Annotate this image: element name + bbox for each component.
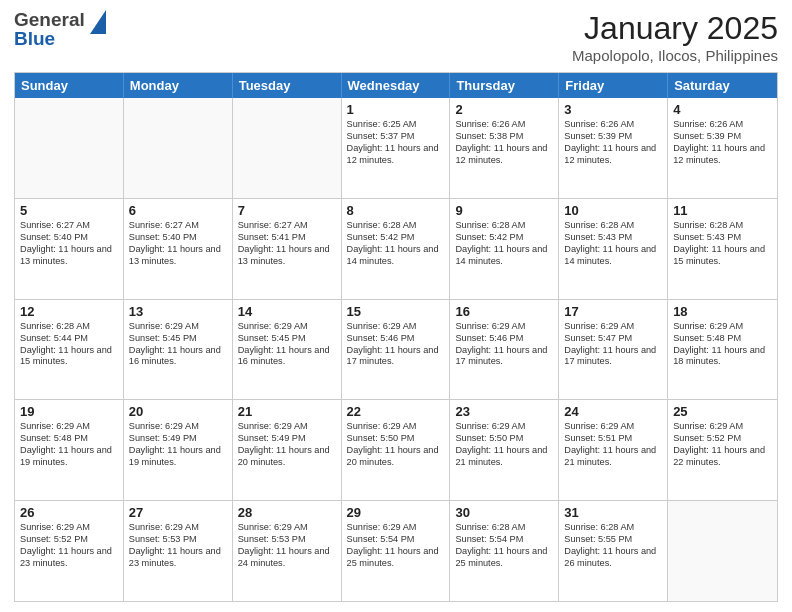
cell-info: Sunrise: 6:29 AM Sunset: 5:45 PM Dayligh… [129, 321, 227, 369]
cell-info: Sunrise: 6:29 AM Sunset: 5:53 PM Dayligh… [238, 522, 336, 570]
calendar-cell-18: 18Sunrise: 6:29 AM Sunset: 5:48 PM Dayli… [668, 300, 777, 400]
cell-info: Sunrise: 6:29 AM Sunset: 5:54 PM Dayligh… [347, 522, 445, 570]
cell-date: 3 [564, 102, 662, 117]
cell-date: 9 [455, 203, 553, 218]
empty-cell [668, 501, 777, 601]
cell-date: 13 [129, 304, 227, 319]
logo-sail-icon [86, 6, 108, 36]
cell-info: Sunrise: 6:29 AM Sunset: 5:50 PM Dayligh… [347, 421, 445, 469]
day-header-tuesday: Tuesday [233, 73, 342, 98]
day-header-monday: Monday [124, 73, 233, 98]
calendar-cell-25: 25Sunrise: 6:29 AM Sunset: 5:52 PM Dayli… [668, 400, 777, 500]
cell-info: Sunrise: 6:29 AM Sunset: 5:48 PM Dayligh… [20, 421, 118, 469]
cell-info: Sunrise: 6:29 AM Sunset: 5:46 PM Dayligh… [347, 321, 445, 369]
cell-date: 16 [455, 304, 553, 319]
cell-info: Sunrise: 6:29 AM Sunset: 5:47 PM Dayligh… [564, 321, 662, 369]
cell-date: 12 [20, 304, 118, 319]
cell-date: 28 [238, 505, 336, 520]
calendar-cell-22: 22Sunrise: 6:29 AM Sunset: 5:50 PM Dayli… [342, 400, 451, 500]
day-header-friday: Friday [559, 73, 668, 98]
cell-date: 27 [129, 505, 227, 520]
page: General Blue January 2025 Mapolopolo, Il… [0, 0, 792, 612]
cell-info: Sunrise: 6:29 AM Sunset: 5:51 PM Dayligh… [564, 421, 662, 469]
cell-date: 20 [129, 404, 227, 419]
calendar-cell-7: 7Sunrise: 6:27 AM Sunset: 5:41 PM Daylig… [233, 199, 342, 299]
day-header-thursday: Thursday [450, 73, 559, 98]
cell-date: 31 [564, 505, 662, 520]
cell-date: 18 [673, 304, 772, 319]
logo-blue: Blue [14, 29, 85, 48]
calendar-cell-6: 6Sunrise: 6:27 AM Sunset: 5:40 PM Daylig… [124, 199, 233, 299]
cell-date: 22 [347, 404, 445, 419]
empty-cell [124, 98, 233, 198]
cell-info: Sunrise: 6:26 AM Sunset: 5:39 PM Dayligh… [673, 119, 772, 167]
calendar-body: 1Sunrise: 6:25 AM Sunset: 5:37 PM Daylig… [15, 98, 777, 601]
cell-info: Sunrise: 6:29 AM Sunset: 5:49 PM Dayligh… [129, 421, 227, 469]
cell-info: Sunrise: 6:29 AM Sunset: 5:49 PM Dayligh… [238, 421, 336, 469]
cell-info: Sunrise: 6:29 AM Sunset: 5:52 PM Dayligh… [673, 421, 772, 469]
cell-date: 26 [20, 505, 118, 520]
cell-date: 30 [455, 505, 553, 520]
cell-info: Sunrise: 6:29 AM Sunset: 5:48 PM Dayligh… [673, 321, 772, 369]
cell-date: 5 [20, 203, 118, 218]
calendar-cell-12: 12Sunrise: 6:28 AM Sunset: 5:44 PM Dayli… [15, 300, 124, 400]
cell-info: Sunrise: 6:25 AM Sunset: 5:37 PM Dayligh… [347, 119, 445, 167]
cell-date: 21 [238, 404, 336, 419]
calendar-cell-2: 2Sunrise: 6:26 AM Sunset: 5:38 PM Daylig… [450, 98, 559, 198]
empty-cell [233, 98, 342, 198]
day-header-saturday: Saturday [668, 73, 777, 98]
calendar-cell-27: 27Sunrise: 6:29 AM Sunset: 5:53 PM Dayli… [124, 501, 233, 601]
calendar-cell-10: 10Sunrise: 6:28 AM Sunset: 5:43 PM Dayli… [559, 199, 668, 299]
cell-info: Sunrise: 6:28 AM Sunset: 5:42 PM Dayligh… [347, 220, 445, 268]
calendar-cell-1: 1Sunrise: 6:25 AM Sunset: 5:37 PM Daylig… [342, 98, 451, 198]
calendar-cell-28: 28Sunrise: 6:29 AM Sunset: 5:53 PM Dayli… [233, 501, 342, 601]
cell-date: 8 [347, 203, 445, 218]
calendar-cell-15: 15Sunrise: 6:29 AM Sunset: 5:46 PM Dayli… [342, 300, 451, 400]
empty-cell [15, 98, 124, 198]
calendar-week-5: 26Sunrise: 6:29 AM Sunset: 5:52 PM Dayli… [15, 501, 777, 601]
day-header-wednesday: Wednesday [342, 73, 451, 98]
calendar-cell-19: 19Sunrise: 6:29 AM Sunset: 5:48 PM Dayli… [15, 400, 124, 500]
logo-general: General [14, 10, 85, 29]
calendar-cell-23: 23Sunrise: 6:29 AM Sunset: 5:50 PM Dayli… [450, 400, 559, 500]
cell-date: 29 [347, 505, 445, 520]
cell-date: 1 [347, 102, 445, 117]
title-area: January 2025 Mapolopolo, Ilocos, Philipp… [572, 10, 778, 64]
cell-info: Sunrise: 6:28 AM Sunset: 5:43 PM Dayligh… [564, 220, 662, 268]
cell-date: 15 [347, 304, 445, 319]
cell-info: Sunrise: 6:28 AM Sunset: 5:43 PM Dayligh… [673, 220, 772, 268]
cell-date: 17 [564, 304, 662, 319]
day-headers: SundayMondayTuesdayWednesdayThursdayFrid… [15, 73, 777, 98]
calendar-cell-9: 9Sunrise: 6:28 AM Sunset: 5:42 PM Daylig… [450, 199, 559, 299]
cell-info: Sunrise: 6:29 AM Sunset: 5:50 PM Dayligh… [455, 421, 553, 469]
calendar-cell-21: 21Sunrise: 6:29 AM Sunset: 5:49 PM Dayli… [233, 400, 342, 500]
calendar-cell-16: 16Sunrise: 6:29 AM Sunset: 5:46 PM Dayli… [450, 300, 559, 400]
calendar: SundayMondayTuesdayWednesdayThursdayFrid… [14, 72, 778, 602]
logo-text: General Blue [14, 10, 85, 48]
cell-info: Sunrise: 6:27 AM Sunset: 5:40 PM Dayligh… [129, 220, 227, 268]
calendar-cell-30: 30Sunrise: 6:28 AM Sunset: 5:54 PM Dayli… [450, 501, 559, 601]
calendar-week-3: 12Sunrise: 6:28 AM Sunset: 5:44 PM Dayli… [15, 300, 777, 401]
cell-info: Sunrise: 6:29 AM Sunset: 5:46 PM Dayligh… [455, 321, 553, 369]
header: General Blue January 2025 Mapolopolo, Il… [14, 10, 778, 64]
cell-info: Sunrise: 6:28 AM Sunset: 5:44 PM Dayligh… [20, 321, 118, 369]
day-header-sunday: Sunday [15, 73, 124, 98]
cell-date: 23 [455, 404, 553, 419]
calendar-cell-29: 29Sunrise: 6:29 AM Sunset: 5:54 PM Dayli… [342, 501, 451, 601]
cell-info: Sunrise: 6:28 AM Sunset: 5:55 PM Dayligh… [564, 522, 662, 570]
calendar-cell-13: 13Sunrise: 6:29 AM Sunset: 5:45 PM Dayli… [124, 300, 233, 400]
calendar-week-1: 1Sunrise: 6:25 AM Sunset: 5:37 PM Daylig… [15, 98, 777, 199]
cell-info: Sunrise: 6:27 AM Sunset: 5:40 PM Dayligh… [20, 220, 118, 268]
cell-date: 24 [564, 404, 662, 419]
logo: General Blue [14, 10, 108, 48]
cell-date: 14 [238, 304, 336, 319]
svg-marker-0 [90, 10, 106, 34]
calendar-cell-31: 31Sunrise: 6:28 AM Sunset: 5:55 PM Dayli… [559, 501, 668, 601]
cell-info: Sunrise: 6:27 AM Sunset: 5:41 PM Dayligh… [238, 220, 336, 268]
cell-info: Sunrise: 6:26 AM Sunset: 5:39 PM Dayligh… [564, 119, 662, 167]
cell-info: Sunrise: 6:29 AM Sunset: 5:45 PM Dayligh… [238, 321, 336, 369]
location-title: Mapolopolo, Ilocos, Philippines [572, 47, 778, 64]
calendar-cell-3: 3Sunrise: 6:26 AM Sunset: 5:39 PM Daylig… [559, 98, 668, 198]
cell-info: Sunrise: 6:28 AM Sunset: 5:54 PM Dayligh… [455, 522, 553, 570]
cell-date: 11 [673, 203, 772, 218]
